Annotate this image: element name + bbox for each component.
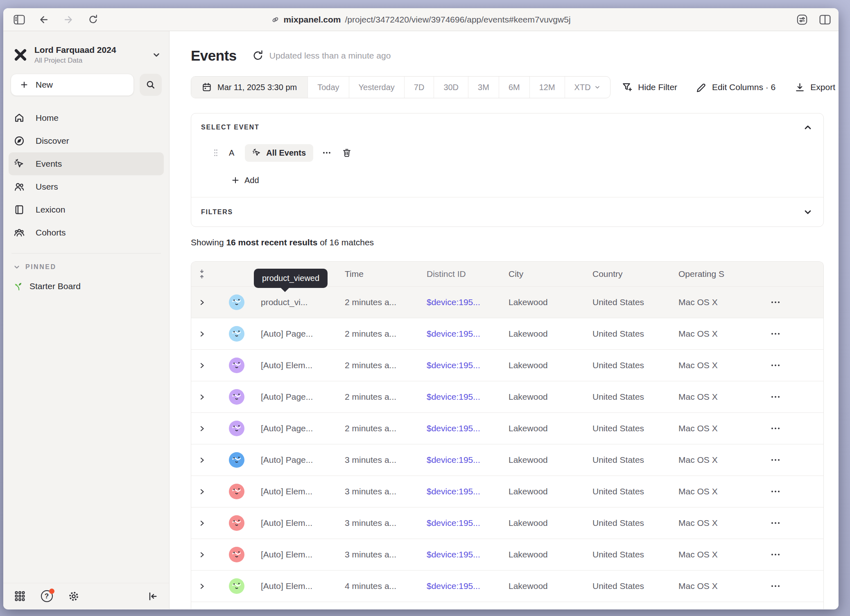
table-row[interactable]: [Auto] Page... 3 minutes a... $device:19… [191, 444, 823, 476]
expand-row-button[interactable] [191, 583, 212, 590]
preset-yesterday[interactable]: Yesterday [349, 77, 404, 98]
table-row[interactable]: [Auto] Page... 2 minutes a... $device:19… [191, 412, 823, 444]
expand-row-button[interactable] [191, 362, 212, 369]
table-row[interactable]: [Auto] Page... 2 minutes a... $device:19… [191, 381, 823, 412]
workspace-switcher[interactable]: Lord Farquaad 2024 All Project Data [12, 45, 161, 65]
event-tooltip: product_viewed [254, 269, 328, 288]
distinct-id-link[interactable]: $device:195... [427, 581, 480, 591]
distinct-id-link[interactable]: $device:195... [427, 487, 480, 496]
row-actions-button[interactable] [771, 301, 780, 304]
distinct-id-link[interactable]: $device:195... [427, 550, 480, 559]
export-button[interactable]: Export [794, 82, 835, 93]
preset-today[interactable]: Today [307, 77, 348, 98]
search-button[interactable] [140, 74, 162, 96]
new-button[interactable]: New [11, 74, 134, 96]
expand-row-button[interactable] [191, 520, 212, 527]
table-row[interactable]: [Auto] Elem... 2 minutes a... $device:19… [191, 349, 823, 381]
hide-filter-button[interactable]: Hide Filter [622, 82, 677, 93]
preset-3m[interactable]: 3M [468, 77, 499, 98]
sidebar-item-starter-board[interactable]: Starter Board [14, 281, 169, 291]
sidebar-item-home[interactable]: Home [9, 106, 164, 129]
preset-30d[interactable]: 30D [434, 77, 468, 98]
event-name-cell: product_vi... [253, 297, 337, 307]
row-actions-button[interactable] [771, 521, 780, 525]
table-row[interactable]: [Auto] Elem... 4 minutes a... $device:19… [191, 570, 823, 602]
sidebar-item-lexicon[interactable]: Lexicon [9, 198, 164, 221]
calendar-icon [202, 82, 212, 92]
event-more-options-button[interactable] [322, 151, 331, 154]
table-row[interactable]: [Auto] Elem... 3 minutes a... $device:19… [191, 539, 823, 570]
time-cell: 2 minutes a... [337, 424, 419, 433]
date-picker-button[interactable]: Mar 11, 2025 3:30 pm [191, 77, 307, 98]
event-selector-chip[interactable]: All Events [245, 144, 313, 162]
drag-handle-icon[interactable] [213, 149, 218, 157]
expand-row-button[interactable] [191, 457, 212, 464]
pinned-section-header[interactable]: PINNED [13, 263, 169, 271]
distinct-id-link[interactable]: $device:195... [427, 455, 480, 465]
reload-button[interactable] [87, 14, 99, 26]
chevron-down-icon[interactable] [803, 207, 813, 217]
address-bar[interactable]: mixpanel.com/project/3472420/view/397469… [271, 15, 570, 25]
city-cell: Lakewood [501, 487, 585, 496]
sidebar-item-users[interactable]: Users [9, 175, 164, 198]
row-actions-button[interactable] [771, 584, 780, 588]
desktop-background: mixpanel.com/project/3472420/view/397469… [0, 0, 850, 616]
workspace-name: Lord Farquaad 2024 [34, 45, 116, 55]
collapse-sidebar-icon[interactable] [146, 590, 159, 603]
split-view-icon[interactable] [819, 14, 831, 26]
row-actions-button[interactable] [771, 553, 780, 556]
expand-row-button[interactable] [191, 394, 212, 401]
row-actions-button[interactable] [771, 458, 780, 462]
chevron-right-icon [199, 520, 206, 527]
refresh-icon[interactable] [252, 50, 264, 61]
apps-grid-icon[interactable] [13, 590, 26, 603]
row-actions-button[interactable] [771, 427, 780, 430]
expand-row-button[interactable] [191, 299, 212, 306]
collapse-rows-icon[interactable] [191, 269, 212, 279]
column-header-country[interactable]: Country [585, 269, 671, 279]
distinct-id-link[interactable]: $device:195... [427, 297, 480, 307]
table-row[interactable]: [Auto] Page... 2 minutes a... $device:19… [191, 318, 823, 349]
preset-7d[interactable]: 7D [404, 77, 434, 98]
row-actions-button[interactable] [771, 332, 780, 335]
distinct-id-link[interactable]: $device:195... [427, 392, 480, 402]
back-button[interactable] [38, 14, 50, 26]
expand-row-button[interactable] [191, 551, 212, 558]
city-cell: Lakewood [501, 550, 585, 559]
column-header-os[interactable]: Operating S [671, 269, 749, 279]
add-event-button[interactable]: Add [231, 174, 823, 186]
trash-icon[interactable] [342, 148, 352, 158]
edit-columns-button[interactable]: Edit Columns · 6 [696, 82, 775, 93]
preset-12m[interactable]: 12M [529, 77, 565, 98]
chevron-up-icon[interactable] [803, 122, 813, 132]
preset-xtd[interactable]: XTD [565, 77, 610, 98]
table-row[interactable]: [Auto] Elem... 3 minutes a... $device:19… [191, 507, 823, 539]
distinct-id-link[interactable]: $device:195... [427, 424, 480, 433]
column-header-distinct-id[interactable]: Distinct ID [419, 269, 501, 279]
time-cell: 3 minutes a... [337, 550, 419, 559]
gear-icon[interactable] [67, 590, 80, 603]
row-actions-button[interactable] [771, 364, 780, 367]
distinct-id-link[interactable]: $device:195... [427, 329, 480, 339]
sidebar-item-discover[interactable]: Discover [9, 129, 164, 152]
url-path: /project/3472420/view/3974696/app/events… [345, 15, 571, 25]
help-icon[interactable]: ? [40, 590, 53, 603]
distinct-id-link[interactable]: $device:195... [427, 360, 480, 370]
row-actions-button[interactable] [771, 490, 780, 493]
table-row[interactable] [191, 602, 823, 609]
preset-6m[interactable]: 6M [499, 77, 529, 98]
sidebar-item-cohorts[interactable]: Cohorts [9, 221, 164, 244]
expand-row-button[interactable] [191, 331, 212, 337]
chevron-down-icon [594, 84, 601, 91]
row-actions-button[interactable] [771, 395, 780, 399]
sidebar-item-events[interactable]: Events [9, 152, 164, 175]
forward-button[interactable] [62, 14, 75, 26]
reader-settings-icon[interactable] [796, 14, 808, 26]
expand-row-button[interactable] [191, 425, 212, 432]
column-header-time[interactable]: Time [337, 269, 419, 279]
sidebar-toggle-icon[interactable] [13, 14, 25, 26]
distinct-id-link[interactable]: $device:195... [427, 518, 480, 528]
table-row[interactable]: [Auto] Elem... 3 minutes a... $device:19… [191, 476, 823, 507]
column-header-city[interactable]: City [501, 269, 585, 279]
expand-row-button[interactable] [191, 488, 212, 495]
